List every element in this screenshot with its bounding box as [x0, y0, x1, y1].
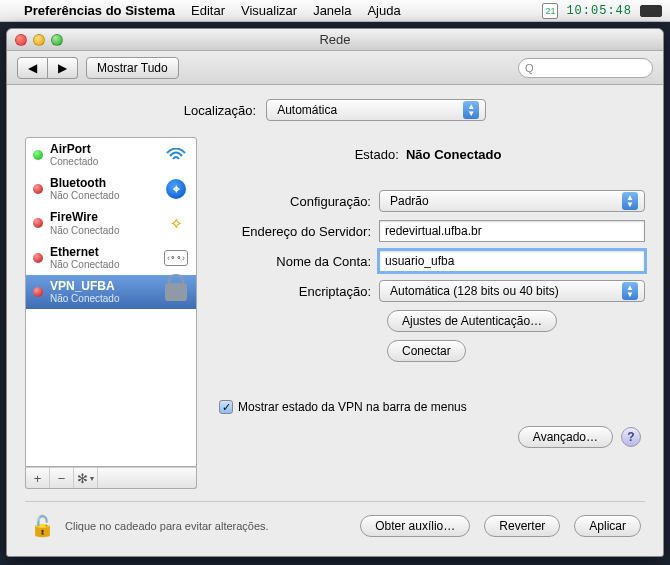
service-action-menu[interactable]: ✻: [74, 468, 98, 488]
show-vpn-status-checkbox[interactable]: ✓: [219, 400, 233, 414]
help-button[interactable]: ?: [621, 427, 641, 447]
remove-service-button[interactable]: −: [50, 468, 74, 488]
service-list[interactable]: AirPort Conectado Bluetooth Não Conectad…: [25, 137, 197, 467]
encryption-popup[interactable]: Automática (128 bits ou 40 bits) ▲▼: [379, 280, 645, 302]
configuration-value: Padrão: [390, 194, 429, 208]
battery-menulet-icon[interactable]: [640, 5, 662, 17]
forward-button[interactable]: ▶: [48, 57, 78, 79]
clock-menulet[interactable]: 10:05:48: [566, 4, 632, 18]
status-dot-icon: [33, 253, 43, 263]
titlebar[interactable]: Rede: [7, 29, 663, 51]
state-value: Não Conectado: [406, 147, 501, 162]
nav-segment: ◀ ▶: [17, 57, 78, 79]
location-popup[interactable]: Automática ▲▼: [266, 99, 486, 121]
service-bluetooth[interactable]: Bluetooth Não Conectado ⌖: [26, 172, 196, 206]
state-label: Estado:: [355, 147, 399, 162]
search-field[interactable]: Q: [518, 58, 653, 78]
menu-visualizar[interactable]: Visualizar: [241, 3, 297, 18]
location-label: Localização:: [184, 103, 256, 118]
service-list-tools: + − ✻: [25, 467, 197, 489]
wifi-icon: [163, 144, 189, 166]
service-status: Não Conectado: [50, 190, 120, 201]
popup-arrows-icon: ▲▼: [622, 192, 638, 210]
status-dot-icon: [33, 287, 43, 297]
server-address-field[interactable]: [379, 220, 645, 242]
configuration-label: Configuração:: [211, 194, 379, 209]
firewire-icon: ⟡: [163, 212, 189, 234]
popup-arrows-icon: ▲▼: [622, 282, 638, 300]
menu-editar[interactable]: Editar: [191, 3, 225, 18]
location-value: Automática: [277, 103, 337, 117]
popup-arrows-icon: ▲▼: [463, 101, 479, 119]
service-airport[interactable]: AirPort Conectado: [26, 138, 196, 172]
lock-icon: [163, 281, 189, 303]
back-button[interactable]: ◀: [17, 57, 48, 79]
ethernet-icon: ‹∘∘›: [163, 247, 189, 269]
show-all-button[interactable]: Mostrar Tudo: [86, 57, 179, 79]
search-icon: Q: [525, 62, 534, 74]
service-name: Ethernet: [50, 246, 120, 259]
service-firewire[interactable]: FireWire Não Conectado ⟡: [26, 206, 196, 240]
status-dot-icon: [33, 218, 43, 228]
assist-button[interactable]: Obter auxílio…: [360, 515, 470, 537]
revert-button[interactable]: Reverter: [484, 515, 560, 537]
service-status: Não Conectado: [50, 225, 120, 236]
app-menu[interactable]: Preferências do Sistema: [24, 3, 175, 18]
service-name: Bluetooth: [50, 177, 120, 190]
apply-button[interactable]: Aplicar: [574, 515, 641, 537]
service-name: FireWire: [50, 211, 120, 224]
menu-ajuda[interactable]: Ajuda: [367, 3, 400, 18]
configuration-popup[interactable]: Padrão ▲▼: [379, 190, 645, 212]
status-dot-icon: [33, 150, 43, 160]
encryption-label: Encriptação:: [211, 284, 379, 299]
window-title: Rede: [7, 32, 663, 47]
network-prefs-window: Rede ◀ ▶ Mostrar Tudo Q Localização: Aut…: [6, 28, 664, 557]
bluetooth-icon: ⌖: [163, 178, 189, 200]
auth-settings-button[interactable]: Ajustes de Autenticação…: [387, 310, 557, 332]
toolbar: ◀ ▶ Mostrar Tudo Q: [7, 51, 663, 85]
details-pane: Estado: Não Conectado Configuração: Padr…: [211, 137, 645, 489]
service-status: Não Conectado: [50, 259, 120, 270]
service-vpn[interactable]: VPN_UFBA Não Conectado: [26, 275, 196, 309]
show-vpn-status-label: Mostrar estado da VPN na barra de menus: [238, 400, 467, 414]
lock-note: Clique no cadeado para evitar alterações…: [65, 520, 346, 532]
lock-button[interactable]: 🔓: [29, 512, 55, 540]
divider: [25, 501, 645, 502]
calendar-menulet-icon[interactable]: 21: [542, 3, 558, 19]
service-status: Conectado: [50, 156, 98, 167]
account-name-label: Nome da Conta:: [211, 254, 379, 269]
server-address-label: Endereço do Servidor:: [211, 224, 379, 239]
connect-button[interactable]: Conectar: [387, 340, 466, 362]
menubar: Preferências do Sistema Editar Visualiza…: [0, 0, 670, 22]
account-name-field[interactable]: [379, 250, 645, 272]
service-name: AirPort: [50, 143, 98, 156]
menu-janela[interactable]: Janela: [313, 3, 351, 18]
service-name: VPN_UFBA: [50, 280, 120, 293]
add-service-button[interactable]: +: [26, 468, 50, 488]
status-dot-icon: [33, 184, 43, 194]
service-ethernet[interactable]: Ethernet Não Conectado ‹∘∘›: [26, 241, 196, 275]
advanced-button[interactable]: Avançado…: [518, 426, 613, 448]
encryption-value: Automática (128 bits ou 40 bits): [390, 284, 559, 298]
service-status: Não Conectado: [50, 293, 120, 304]
